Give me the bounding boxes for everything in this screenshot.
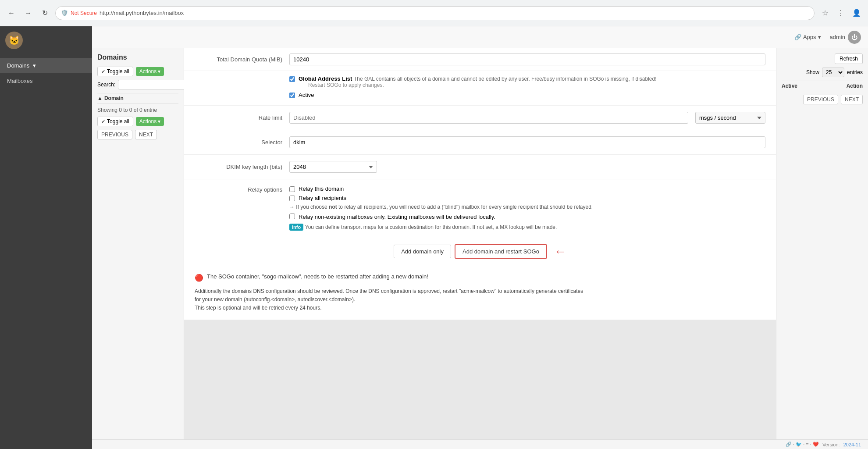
sidebar-item-mailboxes[interactable]: Mailboxes — [0, 73, 92, 89]
domain-table-header: ▲ Domain — [97, 93, 178, 103]
previous-button[interactable]: PREVIOUS — [97, 130, 132, 139]
toggle-all-button-2[interactable]: ✓ Toggle all — [97, 117, 133, 126]
bookmark-button[interactable]: ☆ — [819, 7, 831, 19]
avatar: 🐱 — [5, 32, 23, 49]
dkim-row: DKIM key length (bits) 2048 1024 4096 — [184, 155, 776, 179]
relay-all-recipients-checkbox[interactable] — [289, 196, 295, 201]
info-text: You can define transport maps for a cust… — [305, 224, 557, 230]
chevron-down-icon: ▾ — [158, 118, 160, 125]
domains-panel: Domains ✓ Toggle all Actions ▾ Search: ▲ — [92, 48, 184, 439]
warning-message: 🔴 The SOGo container, "sogo-mailcow", ne… — [195, 273, 765, 282]
entries-label: entries — [847, 69, 863, 75]
relay-this-domain-option: Relay this domain — [289, 185, 765, 192]
right-previous-button[interactable]: PREVIOUS — [803, 95, 838, 104]
chevron-down-icon: ▾ — [33, 62, 36, 69]
toggle-all-button[interactable]: ✓ Toggle all — [97, 67, 133, 76]
version-bar: 🔗 · 🐦 · = · ❤️ Version: 2024-11 — [92, 439, 868, 449]
form-area: Total Domain Quota (MiB) Global Address … — [184, 48, 776, 439]
relay-options: Relay this domain Relay all recipients →… — [289, 185, 765, 231]
chevron-down-icon: ▾ — [818, 34, 821, 40]
version-label: Version: — [822, 442, 840, 447]
show-entries-row: Show 25 50 100 entries — [782, 68, 863, 77]
apps-dropdown-button[interactable]: 🔗 Apps ▾ — [791, 32, 825, 42]
selector-label: Selector — [195, 139, 282, 146]
right-panel: Refresh Show 25 50 100 entries Active Ac… — [776, 48, 868, 439]
relay-this-domain-checkbox[interactable] — [289, 186, 295, 192]
search-input[interactable] — [118, 80, 190, 89]
sort-icon: ▲ — [97, 95, 103, 101]
action-column-header: Action — [847, 83, 863, 89]
shield-icon: 🛡️ — [61, 10, 68, 16]
back-button[interactable]: ← — [5, 7, 18, 19]
actions-dropdown-button-2[interactable]: Actions ▾ — [136, 117, 164, 126]
search-row: Search: — [97, 80, 178, 89]
rate-limit-label: Rate limit — [195, 114, 282, 121]
relay-note-not: not — [329, 204, 337, 210]
app-container: 🐱 Domains ▾ Mailboxes 🔗 Apps ▾ — [0, 26, 868, 449]
msgs-per-second-select[interactable]: msgs / second — [695, 112, 765, 124]
next-button[interactable]: NEXT — [135, 130, 157, 139]
restart-note: Restart SOGo to apply changes. — [308, 82, 657, 88]
forward-button[interactable]: → — [22, 7, 34, 19]
rate-limit-row: Rate limit msgs / second — [184, 106, 776, 130]
domain-column-header: Domain — [104, 95, 124, 101]
menu-button[interactable]: ⋮ — [835, 7, 847, 19]
selector-input[interactable] — [289, 136, 765, 148]
refresh-button[interactable]: Refresh — [835, 53, 863, 64]
selector-row: Selector — [184, 130, 776, 155]
dkim-label: DKIM key length (bits) — [195, 164, 282, 170]
info-para-1: Additionally the domains DNS configurati… — [195, 287, 765, 296]
rate-limit-input[interactable] — [289, 112, 688, 124]
toggle-actions-row-2: ✓ Toggle all Actions ▾ — [97, 117, 178, 126]
checkbox-section: Global Address List The GAL contains all… — [184, 71, 776, 106]
sidebar-item-label: Mailboxes — [7, 78, 33, 84]
relay-row: Relay options Relay this domain Relay al… — [184, 179, 776, 237]
relay-this-domain-label: Relay this domain — [299, 185, 344, 192]
admin-label: admin — [830, 34, 845, 40]
relay-label: Relay options — [195, 185, 282, 193]
quota-input[interactable] — [289, 53, 765, 65]
sidebar-logo: 🐱 — [0, 26, 92, 54]
sidebar: 🐱 Domains ▾ Mailboxes — [0, 26, 92, 449]
admin-user-button[interactable]: admin ⏻ — [830, 31, 861, 44]
form-content: Total Domain Quota (MiB) Global Address … — [184, 48, 776, 320]
actions-dropdown-button-1[interactable]: Actions ▾ — [136, 67, 164, 76]
refresh-browser-button[interactable]: ↻ — [39, 7, 51, 19]
add-domain-restart-button[interactable]: Add domain and restart SOGo — [455, 244, 547, 259]
quota-row: Total Domain Quota (MiB) — [184, 48, 776, 71]
warning-section: 🔴 The SOGo container, "sogo-mailcow", ne… — [184, 266, 776, 320]
add-domain-only-button[interactable]: Add domain only — [394, 245, 451, 258]
relay-non-existing-label: Relay non-existing mailboxes only. Exist… — [299, 214, 495, 220]
info-para-3: This step is optional and will be retrie… — [195, 304, 765, 312]
version-link[interactable]: 2024-11 — [843, 442, 861, 447]
global-address-checkbox[interactable] — [289, 76, 295, 82]
show-entries-select[interactable]: 25 50 100 — [822, 68, 844, 77]
relay-note: → If you choose not to relay all recipie… — [289, 204, 765, 210]
arrow-indicator: ← — [554, 245, 566, 259]
profile-button[interactable]: 👤 — [850, 7, 863, 19]
sidebar-item-label: Domains — [7, 62, 29, 69]
active-column-header: Active — [782, 83, 797, 89]
link-icon: 🔗 — [794, 34, 801, 40]
apps-label: Apps — [803, 34, 816, 40]
active-checkbox[interactable] — [289, 93, 295, 98]
domains-panel-title: Domains — [97, 53, 178, 61]
address-bar[interactable]: 🛡️ Not Secure http://mail.pythonbytes.in… — [55, 6, 815, 20]
sidebar-nav: Domains ▾ Mailboxes — [0, 54, 92, 92]
top-bar: 🔗 Apps ▾ admin ⏻ — [92, 26, 868, 48]
sidebar-item-domains[interactable]: Domains ▾ — [0, 58, 92, 73]
admin-avatar: ⏻ — [848, 31, 861, 44]
right-next-button[interactable]: NEXT — [841, 95, 863, 104]
dkim-select[interactable]: 2048 1024 4096 — [289, 161, 377, 173]
relay-all-recipients-label: Relay all recipients — [299, 195, 346, 201]
version-icons: 🔗 · 🐦 · = · ❤️ — [786, 442, 819, 447]
global-address-checkbox-item: Global Address List The GAL contains all… — [289, 75, 765, 88]
relay-non-existing-option: Relay non-existing mailboxes only. Exist… — [289, 214, 765, 220]
page-wrapper: Domains ✓ Toggle all Actions ▾ Search: ▲ — [92, 48, 868, 439]
relay-non-existing-checkbox[interactable] — [289, 214, 295, 219]
global-address-desc: The GAL contains all objects of a domain… — [354, 76, 657, 82]
relay-all-recipients-option: Relay all recipients — [289, 195, 765, 201]
right-table-header: Active Action — [782, 81, 863, 91]
warning-icon: 🔴 — [195, 274, 203, 282]
warning-text: The SOGo container, "sogo-mailcow", need… — [207, 273, 428, 280]
